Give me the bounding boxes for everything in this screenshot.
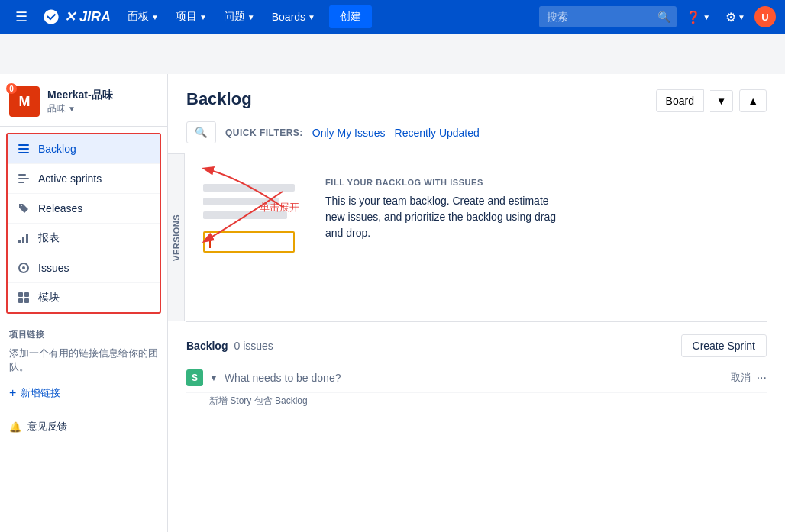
svg-rect-13 bbox=[18, 298, 23, 303]
feedback-label: 意见反馈 bbox=[27, 420, 67, 434]
release-icon bbox=[17, 202, 31, 215]
backlog-fill-title: FILL YOUR BACKLOG WITH ISSUES bbox=[325, 178, 570, 187]
notification-badge: 0 bbox=[6, 83, 17, 94]
help-button[interactable]: ❓ ▼ bbox=[680, 5, 716, 29]
issue-title-input[interactable]: What needs to be done? bbox=[225, 372, 725, 384]
sidebar-item-label: 报表 bbox=[38, 231, 60, 245]
nav-boards[interactable]: Boards ▼ bbox=[264, 6, 323, 27]
project-links-title: 项目链接 bbox=[0, 320, 167, 343]
svg-rect-2 bbox=[18, 152, 29, 153]
backlog-bar-2 bbox=[203, 198, 279, 205]
svg-rect-7 bbox=[22, 237, 24, 243]
issue-type-icon: S bbox=[186, 369, 203, 386]
sidebar-nav: Backlog Active sprints Releases bbox=[6, 133, 161, 314]
sprint-icon bbox=[17, 172, 31, 185]
jira-logo: ✕ JIRA bbox=[37, 8, 117, 25]
nav-board[interactable]: 面板 ▼ bbox=[120, 5, 166, 28]
project-type[interactable]: 品味 ▼ bbox=[47, 102, 113, 115]
backlog-section: Backlog 0 issues Create Sprint S ▼ What … bbox=[168, 321, 785, 414]
nav-icons: ❓ ▼ ⚙ ▼ U bbox=[680, 5, 776, 29]
svg-rect-4 bbox=[18, 178, 29, 179]
module-icon bbox=[17, 291, 31, 305]
versions-tab[interactable]: VERSIONS bbox=[169, 153, 184, 321]
only-my-issues-link[interactable]: Only My Issues bbox=[312, 127, 386, 139]
backlog-fill-message: FILL YOUR BACKLOG WITH ISSUES This is yo… bbox=[325, 172, 570, 303]
quick-filters-label: QUICK FILTERS: bbox=[225, 127, 303, 138]
sidebar-item-label: Backlog bbox=[38, 143, 76, 155]
backlog-bar-1 bbox=[203, 184, 295, 192]
issue-actions: 取消 ··· bbox=[731, 371, 767, 385]
jira-wordmark: ✕ JIRA bbox=[64, 8, 111, 25]
hamburger-menu[interactable]: ☰ bbox=[9, 5, 34, 28]
filter-bar: 🔍 QUICK FILTERS: Only My Issues Recently… bbox=[168, 121, 785, 153]
list-icon bbox=[17, 142, 31, 156]
sidebar: M 0 Meerkat-品味 品味 ▼ Backlog bbox=[0, 74, 168, 532]
project-avatar: M 0 bbox=[9, 86, 40, 117]
sidebar-item-label: Releases bbox=[38, 202, 82, 214]
search-icon: 🔍 bbox=[657, 11, 670, 23]
backlog-visual bbox=[203, 172, 295, 303]
project-links-desc: 添加一个有用的链接信息给你的团队。 bbox=[0, 343, 167, 380]
svg-rect-12 bbox=[24, 292, 29, 297]
chart-icon bbox=[17, 231, 31, 245]
issue-type-dropdown[interactable]: ▼ bbox=[209, 372, 218, 383]
search-wrapper: 🔍 bbox=[539, 6, 677, 27]
sidebar-item-issues[interactable]: Issues bbox=[8, 253, 160, 283]
backlog-fill-area: 单击展开 FILL YOUR BACKLOG WITH ISSUES This … bbox=[185, 153, 785, 321]
svg-rect-5 bbox=[18, 182, 24, 183]
sidebar-item-label: Issues bbox=[38, 262, 69, 274]
project-info: Meerkat-品味 品味 ▼ bbox=[47, 89, 113, 115]
side-tabs: VERSIONS EPICS bbox=[168, 153, 185, 321]
backlog-section-header: Backlog 0 issues Create Sprint bbox=[186, 321, 767, 363]
nav-menu: 面板 ▼ 项目 ▼ 问题 ▼ Boards ▼ bbox=[120, 5, 323, 28]
svg-rect-14 bbox=[24, 298, 29, 303]
sidebar-item-reports[interactable]: 报表 bbox=[8, 224, 160, 253]
sidebar-item-releases[interactable]: Releases bbox=[8, 194, 160, 224]
board-dropdown-button[interactable]: ▼ bbox=[710, 90, 733, 112]
backlog-count: 0 issues bbox=[234, 340, 273, 352]
issues-icon bbox=[17, 261, 31, 275]
svg-rect-0 bbox=[18, 144, 29, 146]
plus-icon: + bbox=[9, 386, 16, 400]
project-header: M 0 Meerkat-品味 品味 ▼ bbox=[0, 74, 167, 127]
header-actions: Board ▼ ▲ bbox=[656, 89, 767, 112]
board-button[interactable]: Board bbox=[656, 89, 704, 112]
svg-rect-11 bbox=[18, 292, 23, 297]
backlog-area: VERSIONS EPICS bbox=[168, 153, 785, 321]
svg-rect-3 bbox=[18, 174, 26, 176]
create-button[interactable]: 创建 bbox=[329, 5, 372, 28]
recently-updated-link[interactable]: Recently Updated bbox=[395, 127, 480, 139]
sidebar-item-label: 模块 bbox=[38, 291, 60, 305]
sidebar-item-active-sprints[interactable]: Active sprints bbox=[8, 164, 160, 194]
chevron-down-icon: ▼ bbox=[68, 105, 76, 113]
backlog-bar-3 bbox=[203, 211, 287, 219]
backlog-sample-input bbox=[203, 231, 295, 253]
project-name: Meerkat-品味 bbox=[47, 89, 113, 102]
more-options-button[interactable]: ··· bbox=[757, 371, 767, 385]
settings-button[interactable]: ⚙ ▼ bbox=[719, 5, 751, 29]
backlog-fill-text: This is your team backlog. Create and es… bbox=[325, 193, 570, 241]
content-area: Backlog Board ▼ ▲ 🔍 QUICK FILTERS: Only … bbox=[168, 74, 785, 532]
sidebar-item-modules[interactable]: 模块 bbox=[8, 283, 160, 312]
epics-tab[interactable]: EPICS bbox=[168, 153, 169, 321]
search-input[interactable] bbox=[539, 6, 677, 27]
sidebar-item-label: Active sprints bbox=[38, 172, 102, 185]
svg-rect-8 bbox=[26, 234, 28, 243]
feedback-item[interactable]: 🔔 意见反馈 bbox=[0, 412, 167, 441]
svg-rect-6 bbox=[18, 240, 21, 243]
add-link-button[interactable]: + 新增链接 bbox=[0, 380, 167, 406]
create-sprint-button[interactable]: Create Sprint bbox=[681, 334, 767, 357]
top-navigation: ☰ ✕ JIRA 面板 ▼ 项目 ▼ 问题 ▼ Boards ▼ 创建 🔍 ❓ … bbox=[0, 0, 785, 34]
collapse-button[interactable]: ▲ bbox=[739, 89, 767, 112]
nav-project[interactable]: 项目 ▼ bbox=[168, 5, 215, 28]
page-header: Backlog Board ▼ ▲ bbox=[168, 74, 785, 121]
bell-icon: 🔔 bbox=[9, 421, 21, 433]
page-title: Backlog bbox=[186, 89, 252, 109]
nav-issues[interactable]: 问题 ▼ bbox=[216, 5, 263, 28]
svg-point-10 bbox=[22, 266, 25, 269]
backlog-section-title: Backlog 0 issues bbox=[186, 340, 273, 352]
user-avatar[interactable]: U bbox=[754, 6, 776, 27]
search-filter-button[interactable]: 🔍 bbox=[186, 121, 216, 143]
cancel-button[interactable]: 取消 bbox=[731, 371, 751, 385]
sidebar-item-backlog[interactable]: Backlog bbox=[8, 134, 160, 164]
